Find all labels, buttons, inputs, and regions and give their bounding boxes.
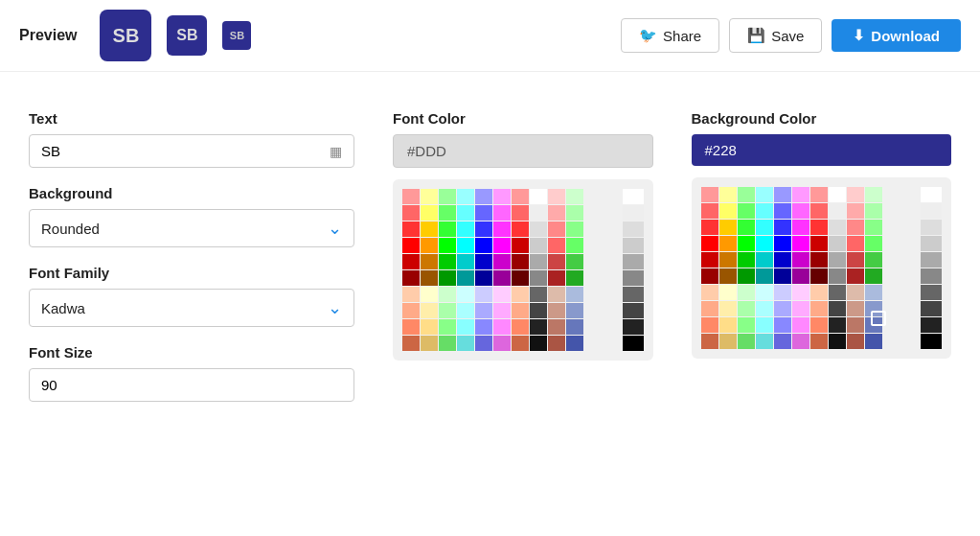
color-cell[interactable] [512,336,529,351]
color-cell[interactable] [439,270,456,286]
color-cell[interactable] [792,285,809,300]
color-cell[interactable] [548,270,565,286]
color-cell[interactable] [439,319,456,335]
color-cell[interactable] [530,254,547,269]
color-cell[interactable] [548,303,565,318]
color-cell[interactable] [738,220,755,235]
font-grayscale-strip[interactable] [623,189,644,351]
gray-cell[interactable] [921,252,942,268]
text-input[interactable] [41,143,330,159]
color-cell[interactable] [457,270,474,286]
color-cell[interactable] [493,238,511,253]
color-cell[interactable] [493,319,511,335]
font-size-input[interactable] [29,368,354,402]
color-cell[interactable] [512,287,529,302]
color-cell[interactable] [475,319,492,335]
gray-cell[interactable] [921,220,942,235]
color-cell[interactable] [475,221,492,237]
color-cell[interactable] [493,189,511,204]
color-cell[interactable] [738,301,755,316]
color-cell[interactable] [756,236,773,251]
color-cell[interactable] [475,336,492,351]
color-cell[interactable] [566,303,583,318]
color-cell[interactable] [719,252,737,268]
color-cell[interactable] [701,236,718,251]
color-cell[interactable] [865,268,882,284]
color-cell[interactable] [566,205,583,221]
color-cell[interactable] [756,252,773,268]
color-cell[interactable] [548,319,565,335]
color-cell[interactable] [701,317,718,333]
color-cell[interactable] [865,285,882,300]
color-cell[interactable] [792,220,809,235]
color-cell[interactable] [566,270,583,286]
color-cell[interactable] [774,203,791,219]
color-cell[interactable] [701,252,718,268]
color-cell[interactable] [810,301,828,316]
color-cell[interactable] [493,336,511,351]
color-cell[interactable] [792,268,809,284]
color-cell[interactable] [774,252,791,268]
color-cell[interactable] [530,287,547,302]
color-cell[interactable] [421,205,438,221]
color-cell[interactable] [792,203,809,219]
color-cell[interactable] [774,285,791,300]
color-cell[interactable] [421,238,438,253]
color-cell[interactable] [493,254,511,269]
color-cell[interactable] [719,203,737,219]
gray-cell[interactable] [623,287,644,302]
color-cell[interactable] [738,252,755,268]
color-cell[interactable] [421,287,438,302]
color-cell[interactable] [512,189,529,204]
color-cell[interactable] [756,187,773,202]
color-cell[interactable] [566,221,583,237]
color-cell[interactable] [756,301,773,316]
gray-cell[interactable] [623,254,644,269]
color-cell[interactable] [810,236,828,251]
color-cell[interactable] [548,336,565,351]
color-cell[interactable] [810,252,828,268]
color-cell[interactable] [457,336,474,351]
color-cell[interactable] [792,334,809,349]
color-cell[interactable] [439,336,456,351]
color-cell[interactable] [402,336,420,351]
color-cell[interactable] [402,254,420,269]
gray-cell[interactable] [921,203,942,219]
color-cell[interactable] [530,238,547,253]
background-select[interactable]: Rounded ⌄ [29,209,354,247]
color-cell[interactable] [829,220,846,235]
color-cell[interactable] [566,336,583,351]
color-cell[interactable] [402,189,420,204]
color-cell[interactable] [738,334,755,349]
font-color-grid[interactable] [402,189,617,351]
gray-cell[interactable] [921,285,942,300]
color-cell[interactable] [548,238,565,253]
color-cell[interactable] [847,236,864,251]
color-cell[interactable] [530,319,547,335]
color-cell[interactable] [829,317,846,333]
save-button[interactable]: 💾 Save [729,18,822,53]
color-cell[interactable] [738,285,755,300]
color-cell[interactable] [719,285,737,300]
color-cell[interactable] [402,287,420,302]
color-cell[interactable] [847,203,864,219]
color-cell[interactable] [421,303,438,318]
color-cell[interactable] [439,287,456,302]
color-cell[interactable] [847,252,864,268]
gray-cell[interactable] [623,221,644,237]
color-cell[interactable] [865,220,882,235]
color-cell[interactable] [865,334,882,349]
color-cell[interactable] [719,220,737,235]
color-cell[interactable] [493,205,511,221]
gray-cell[interactable] [921,236,942,251]
color-cell[interactable] [439,221,456,237]
color-cell[interactable] [829,268,846,284]
color-cell[interactable] [792,187,809,202]
color-cell[interactable] [475,238,492,253]
color-cell[interactable] [792,301,809,316]
gray-cell[interactable] [921,268,942,284]
color-cell[interactable] [475,189,492,204]
color-cell[interactable] [829,252,846,268]
color-cell[interactable] [475,205,492,221]
color-cell[interactable] [530,189,547,204]
